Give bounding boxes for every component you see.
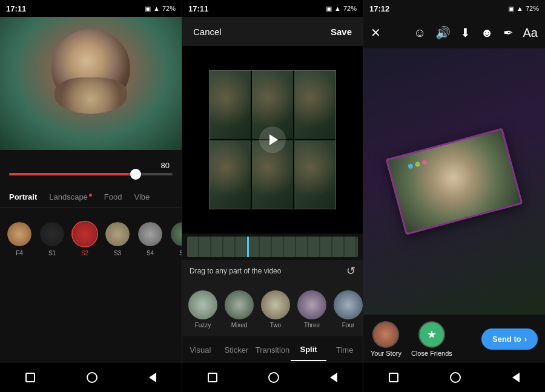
effect-item-four[interactable]: Four	[334, 290, 363, 328]
wifi-icon-3: ▲	[517, 5, 523, 12]
effect-circle-fuzzy	[188, 290, 217, 319]
filter-tab-portrait[interactable]: Portrait	[9, 192, 37, 201]
status-bar-3: 17:12 ▣ ▲ 72%	[363, 0, 545, 17]
back-icon-3[interactable]	[512, 373, 520, 382]
recent-apps-icon[interactable]	[25, 373, 35, 382]
timeline-strip[interactable]	[187, 237, 358, 257]
otter-whiskers	[54, 77, 127, 114]
edit-top-bar: Cancel Save	[182, 17, 363, 46]
otter-image-1	[0, 17, 182, 150]
filter-tabs: Portrait Landscape Food Vibe	[0, 186, 182, 208]
home-icon[interactable]	[87, 372, 97, 383]
story-preview-area	[363, 48, 545, 315]
back-icon-2[interactable]	[330, 373, 337, 382]
story-top-bar: ✕ ☺ 🔊 ⬇ ☻ ✒ Aa	[363, 17, 545, 48]
effect-label-two: Two	[270, 322, 281, 328]
draw-icon[interactable]: ✒	[503, 25, 514, 40]
wifi-icon-2: ▲	[334, 5, 341, 12]
filter-circles-list: F4 S1 S2 S3 S4 S5	[0, 208, 182, 269]
tab-visual[interactable]: Visual	[182, 339, 219, 361]
film-frame-4	[210, 140, 251, 209]
filter-label-s4: S4	[147, 250, 154, 256]
timeline-area[interactable]	[182, 234, 363, 260]
undo-button[interactable]: ↺	[346, 264, 355, 278]
tab-sticker[interactable]: Sticker	[219, 339, 255, 361]
send-to-label: Send to	[492, 335, 521, 344]
download-icon[interactable]: ⬇	[460, 25, 471, 40]
effect-label-fuzzy: Fuzzy	[195, 322, 211, 328]
audio-icon[interactable]: 🔊	[435, 25, 451, 40]
close-friends-button[interactable]: ★	[418, 321, 445, 348]
back-icon[interactable]	[149, 373, 156, 382]
filter-item-s5[interactable]: S5	[170, 221, 182, 256]
filter-tab-food[interactable]: Food	[104, 192, 122, 201]
slider-value: 80	[161, 161, 173, 170]
effect-circle-four	[334, 290, 363, 319]
panel-video-edit: 17:11 ▣ ▲ 72% Cancel Save Drag to any pa…	[182, 0, 363, 392]
network-icon: ▣	[145, 5, 151, 13]
home-icon-3[interactable]	[450, 372, 461, 383]
play-triangle-icon	[269, 134, 278, 145]
slider-track[interactable]	[9, 173, 173, 175]
recent-apps-icon-2[interactable]	[208, 373, 217, 382]
close-friends-item[interactable]: ★ Close Friends	[411, 321, 452, 357]
play-button[interactable]	[259, 126, 286, 153]
nav-bar-3	[363, 363, 545, 392]
text-icon[interactable]: Aa	[523, 26, 538, 40]
filter-item-s2[interactable]: S2	[71, 221, 98, 256]
effect-item-fuzzy[interactable]: Fuzzy	[188, 290, 217, 328]
network-icon-3: ▣	[508, 5, 514, 13]
drag-instruction-bar: Drag to any part of the video ↺	[182, 260, 363, 282]
sticker-icon[interactable]: ☻	[480, 26, 493, 40]
story-tools: ☺ 🔊 ⬇ ☻ ✒ Aa	[414, 25, 538, 40]
emoji-icon[interactable]: ☺	[414, 26, 426, 40]
your-story-avatar	[372, 321, 399, 348]
effect-circle-three	[297, 290, 326, 319]
film-frame-1	[210, 71, 251, 139]
filter-item-s1[interactable]: S1	[39, 221, 65, 256]
edit-bottom-tabs: Visual Sticker Transition Split Time	[182, 336, 363, 363]
status-time-2: 17:11	[188, 4, 208, 13]
share-bottom-actions: Your Story ★ Close Friends Send to ›	[363, 315, 545, 363]
filter-item-s3[interactable]: S3	[104, 221, 131, 256]
timeline-cursor	[247, 237, 249, 257]
effect-circles-list: Fuzzy Mixed Two Three Four Six	[182, 282, 363, 336]
network-icon-2: ▣	[326, 5, 332, 13]
panel-story-share: 17:12 ▣ ▲ 72% ✕ ☺ 🔊 ⬇ ☻ ✒ Aa	[363, 0, 545, 392]
video-preview-1	[0, 17, 182, 150]
tab-time[interactable]: Time	[326, 339, 363, 361]
film-frame-3	[294, 71, 335, 139]
cancel-button[interactable]: Cancel	[193, 27, 222, 37]
effect-item-three[interactable]: Three	[297, 290, 326, 328]
nav-bar-1	[0, 363, 182, 392]
tab-transition[interactable]: Transition	[254, 339, 291, 361]
status-icons-2: ▣ ▲ 72%	[326, 5, 357, 13]
recent-apps-icon-3[interactable]	[389, 373, 398, 382]
home-icon-2[interactable]	[268, 372, 279, 383]
filter-label-s3: S3	[114, 250, 121, 256]
your-story-item[interactable]: Your Story	[371, 321, 401, 357]
send-to-button[interactable]: Send to ›	[481, 328, 538, 350]
battery-icon-2: 72%	[343, 5, 357, 12]
filter-tab-landscape[interactable]: Landscape	[49, 192, 92, 201]
close-friends-label: Close Friends	[411, 350, 452, 357]
filter-item-s4[interactable]: S4	[137, 221, 164, 256]
effect-item-two[interactable]: Two	[261, 290, 290, 328]
status-time-1: 17:11	[6, 4, 26, 13]
status-bar-2: 17:11 ▣ ▲ 72%	[182, 0, 363, 17]
filter-item-f4[interactable]: F4	[6, 221, 33, 256]
effect-item-mixed[interactable]: Mixed	[225, 290, 254, 328]
save-button[interactable]: Save	[331, 27, 352, 37]
your-story-label: Your Story	[371, 350, 401, 357]
filter-tab-vibe[interactable]: Vibe	[134, 192, 150, 201]
tab-split[interactable]: Split	[291, 339, 327, 361]
status-bar-1: 17:11 ▣ ▲ 72%	[0, 0, 182, 17]
brightness-slider-area: 80	[0, 150, 182, 186]
status-icons-3: ▣ ▲ 72%	[508, 5, 539, 13]
filter-label-s2: S2	[81, 250, 88, 256]
battery-icon-3: 72%	[526, 5, 539, 12]
star-icon: ★	[427, 328, 437, 341]
video-preview-2[interactable]	[182, 46, 363, 234]
slider-thumb[interactable]	[130, 169, 141, 180]
close-button[interactable]: ✕	[371, 25, 381, 40]
